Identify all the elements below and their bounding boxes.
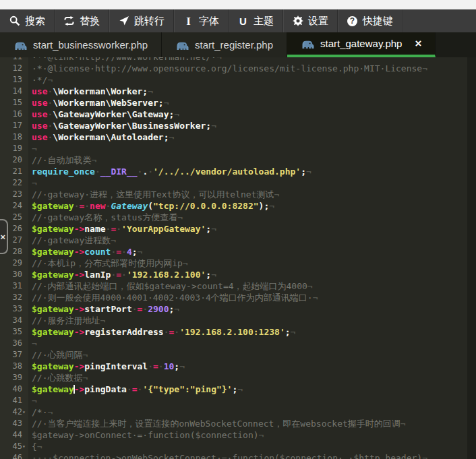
code-line[interactable]: 26$gateway->name·=·'YourAppGateway';¬ bbox=[0, 223, 467, 235]
code-line[interactable]: 41¬ bbox=[0, 395, 467, 406]
code-line-text[interactable]: //·内部通讯起始端口，假如$gateway->count=4，起始端口为400… bbox=[28, 280, 313, 292]
tab-label: start_register.php bbox=[195, 39, 273, 51]
code-line[interactable]: 30$gateway->lanIp·=·'192.168.2.100';¬ bbox=[0, 269, 467, 280]
code-line[interactable]: 28$gateway->count·=·4;¬ bbox=[0, 246, 467, 257]
code-line[interactable]: 27//·gateway进程数¬ bbox=[0, 235, 467, 246]
code-line-text[interactable]: use·\GatewayWorker\BusinessWorker;¬ bbox=[28, 120, 216, 131]
code-line-text[interactable]: //·心跳数据¬ bbox=[28, 372, 88, 384]
gutter-line-number: 45▾ bbox=[0, 441, 28, 452]
code-line-text[interactable]: $gateway->pingData·=·'{"type":"ping"}';¬ bbox=[28, 384, 243, 395]
code-line[interactable]: 19¬ bbox=[0, 143, 467, 154]
code-line[interactable]: 40$gateway->pingData·=·'{"type":"ping"}'… bbox=[0, 384, 467, 395]
code-line[interactable]: 38$gateway->pingInterval·=·10;¬ bbox=[0, 361, 467, 372]
code-line-text[interactable]: //·服务注册地址¬ bbox=[28, 315, 105, 326]
code-line[interactable]: 17use·\GatewayWorker\BusinessWorker;¬ bbox=[0, 120, 467, 131]
tab-start-gateway[interactable]: start_gateway.php× bbox=[287, 32, 436, 57]
code-line-text[interactable]: //·自动加载类¬ bbox=[28, 154, 96, 166]
toolbar-button-shortcuts[interactable]: ?快捷键 bbox=[338, 9, 403, 32]
code-line-text[interactable]: ·*/¬ bbox=[28, 74, 53, 86]
php-elephant-icon bbox=[175, 40, 189, 51]
code-line[interactable]: 46····$connection->onWebSocketConnect·=·… bbox=[0, 452, 467, 459]
code-line[interactable]: 14use·\Workerman\Worker;¬ bbox=[0, 86, 467, 97]
code-line[interactable]: 37//·心跳间隔¬ bbox=[0, 349, 467, 361]
toolbar-button-settings[interactable]: 设置 bbox=[283, 9, 338, 32]
code-line[interactable]: 31//·内部通讯起始端口，假如$gateway->count=4，起始端口为4… bbox=[0, 280, 467, 292]
scrollbar-track[interactable] bbox=[467, 57, 476, 459]
toolbar-button-replace[interactable]: 替换 bbox=[55, 9, 109, 32]
code-line[interactable]: 12·*·@license·http://www.opensource.org/… bbox=[0, 63, 467, 74]
code-line-text[interactable]: ¬ bbox=[28, 395, 37, 406]
code-line-text[interactable]: ¬ bbox=[28, 338, 37, 349]
tab-start-register[interactable]: start_register.php bbox=[162, 32, 287, 57]
code-line-text[interactable]: //·本机ip，分布式部署时使用内网ip¬ bbox=[28, 257, 188, 269]
code-scroll-area[interactable]: 11·*·@link·http://www.workerman.net/·¬12… bbox=[0, 57, 467, 459]
code-line-text[interactable]: //·gateway名称，status方便查看¬ bbox=[28, 212, 183, 223]
code-line[interactable]: 23//·gateway·进程，这里使用Text协议，可以用telnet测试¬ bbox=[0, 189, 467, 200]
code-line[interactable]: 18use·\Workerman\Autoloader;¬ bbox=[0, 131, 467, 143]
tab-close-icon[interactable]: × bbox=[415, 37, 421, 51]
code-line-text[interactable]: $gateway->startPort·=·2900;¬ bbox=[28, 303, 179, 315]
code-line-text[interactable]: $gateway->pingInterval·=·10;¬ bbox=[28, 361, 185, 372]
gutter-line-number: 38 bbox=[0, 361, 28, 372]
code-line[interactable]: 35$gateway->registerAddress·=·'192.168.2… bbox=[0, 326, 467, 338]
code-line-text[interactable]: $gateway->name·=·'YourAppGateway';¬ bbox=[28, 223, 216, 235]
collapsed-panel-toggle[interactable]: × bbox=[0, 219, 8, 254]
code-line-text[interactable]: $gateway->count·=·4;¬ bbox=[28, 246, 142, 257]
code-line-text[interactable]: //·当客户端连接上来时，设置连接的onWebSocketConnect，即在w… bbox=[28, 418, 406, 429]
fold-arrow-icon[interactable]: ▾ bbox=[22, 406, 28, 418]
toolbar-button-font[interactable]: I字体 bbox=[174, 9, 229, 32]
code-line[interactable]: 43//·当客户端连接上来时，设置连接的onWebSocketConnect，即… bbox=[0, 418, 467, 429]
code-line[interactable]: 29//·本机ip，分布式部署时使用内网ip¬ bbox=[0, 257, 467, 269]
code-line-text[interactable]: $gateway->onConnect·=·function($connecti… bbox=[28, 429, 264, 441]
code-line[interactable]: 21require_once·__DIR__·.·'/../../vendor/… bbox=[0, 166, 467, 177]
tab-start-businessworker[interactable]: start_businessworker.php bbox=[0, 32, 162, 57]
gutter-line-number: 12 bbox=[0, 63, 28, 74]
code-line-text[interactable]: use·\Workerman\Worker;¬ bbox=[28, 86, 153, 97]
code-line[interactable]: 16use·\GatewayWorker\Gateway;¬ bbox=[0, 109, 467, 120]
toolbar-button-label: 搜索 bbox=[25, 15, 45, 28]
code-line-text[interactable]: ¬ bbox=[28, 177, 37, 189]
code-editor[interactable]: 11·*·@link·http://www.workerman.net/·¬12… bbox=[0, 57, 476, 459]
code-line[interactable]: 39//·心跳数据¬ bbox=[0, 372, 467, 384]
code-line[interactable]: 11·*·@link·http://www.workerman.net/·¬ bbox=[0, 57, 467, 63]
code-line[interactable]: 13·*/¬ bbox=[0, 74, 467, 86]
code-line-text[interactable]: ····$connection->onWebSocketConnect·=·fu… bbox=[28, 452, 427, 459]
code-line-text[interactable]: $gateway->registerAddress·=·'192.168.2.1… bbox=[28, 326, 295, 338]
code-line[interactable]: 25//·gateway名称，status方便查看¬ bbox=[0, 212, 467, 223]
code-line[interactable]: 20//·自动加载类¬ bbox=[0, 154, 467, 166]
code-line-text[interactable]: $gateway->lanIp·=·'192.168.2.100';¬ bbox=[28, 269, 216, 280]
code-line-text[interactable]: use·\Workerman\WebServer;¬ bbox=[28, 97, 169, 109]
code-line[interactable]: 15use·\Workerman\WebServer;¬ bbox=[0, 97, 467, 109]
code-line[interactable]: 22¬ bbox=[0, 177, 467, 189]
toolbar-button-theme[interactable]: U主题 bbox=[229, 9, 283, 32]
code-line-text[interactable]: //·gateway进程数¬ bbox=[28, 235, 116, 246]
toolbar-button-label: 快捷键 bbox=[363, 15, 393, 28]
toolbar-button-search[interactable]: 搜索 bbox=[0, 9, 55, 32]
code-line-text[interactable]: use·\GatewayWorker\Gateway;¬ bbox=[28, 109, 179, 120]
code-line[interactable]: 32//·则一般会使用4000·4001·4002·4003·4个端口作为内部通… bbox=[0, 292, 467, 303]
code-line-text[interactable]: /*·¬ bbox=[28, 406, 53, 418]
code-line-text[interactable]: ¬ bbox=[28, 143, 37, 154]
code-line[interactable]: 36¬ bbox=[0, 338, 467, 349]
gutter-line-number: 20 bbox=[0, 154, 28, 166]
code-line[interactable]: 24$gateway·=·new·Gateway("tcp://0.0.0.0:… bbox=[0, 200, 467, 212]
code-line-text[interactable]: $gateway·=·new·Gateway("tcp://0.0.0.0:82… bbox=[28, 200, 274, 212]
code-line-text[interactable]: {¬ bbox=[28, 441, 42, 452]
code-line[interactable]: 44$gateway->onConnect·=·function($connec… bbox=[0, 429, 467, 441]
code-line-text[interactable]: use·\Workerman\Autoloader;¬ bbox=[28, 131, 174, 143]
code-line[interactable]: 45▾{¬ bbox=[0, 441, 467, 452]
gutter-line-number: 36 bbox=[0, 338, 28, 349]
fold-arrow-icon[interactable]: ▾ bbox=[22, 441, 28, 452]
toolbar-button-jump-line[interactable]: 跳转行 bbox=[109, 9, 174, 32]
code-line[interactable]: 42▾/*·¬ bbox=[0, 406, 467, 418]
code-line[interactable]: 34//·服务注册地址¬ bbox=[0, 315, 467, 326]
code-line-text[interactable]: //·gateway·进程，这里使用Text协议，可以用telnet测试¬ bbox=[28, 189, 279, 200]
gutter-line-number: 18 bbox=[0, 131, 28, 143]
tab-label: start_businessworker.php bbox=[33, 39, 148, 51]
code-line-text[interactable]: ·*·@license·http://www.opensource.org/li… bbox=[28, 63, 427, 74]
code-line-text[interactable]: //·心跳间隔¬ bbox=[28, 349, 88, 361]
code-line-text[interactable]: //·则一般会使用4000·4001·4002·4003·4个端口作为内部通讯端… bbox=[28, 292, 318, 303]
code-line-text[interactable]: require_once·__DIR__·.·'/../../vendor/au… bbox=[28, 166, 311, 177]
code-line[interactable]: 33$gateway->startPort·=·2900;¬ bbox=[0, 303, 467, 315]
code-line-text[interactable]: ·*·@link·http://www.workerman.net/·¬ bbox=[28, 57, 222, 63]
